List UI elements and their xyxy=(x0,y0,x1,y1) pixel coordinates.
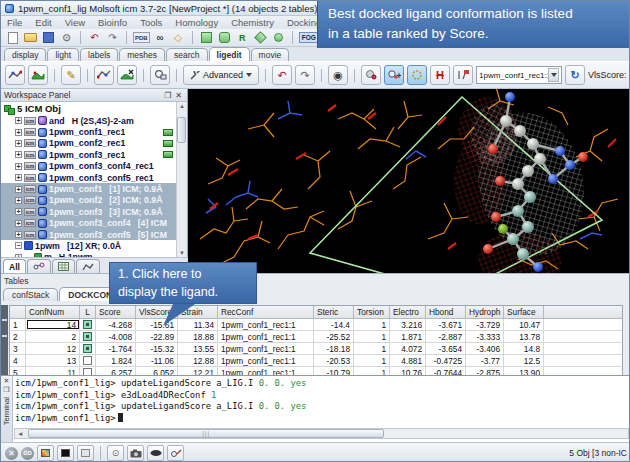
col-header[interactable]: L xyxy=(80,306,96,318)
cell-ligand-checkbox[interactable] xyxy=(80,355,96,366)
cell-hbond[interactable]: -3.654 xyxy=(426,343,466,354)
cell-surface[interactable]: 14.8 xyxy=(504,343,544,354)
menu-item[interactable]: Homology xyxy=(175,17,218,28)
advanced-button[interactable]: Advanced xyxy=(183,65,259,85)
expander-icon[interactable]: − xyxy=(15,242,22,249)
expander-icon[interactable]: + xyxy=(15,220,22,227)
tree-item[interactable]: + icm 1pwm_conf3 [3] ICM; 0.9Å xyxy=(1,206,176,217)
tree-item[interactable]: + icm 1pwm_conf3_conf4 [4] ICM xyxy=(1,218,176,229)
expander-icon[interactable]: + xyxy=(15,231,22,238)
cell-confnum[interactable]: 12 xyxy=(26,343,80,354)
col-header[interactable]: Electro xyxy=(390,306,426,318)
tab-all[interactable]: All xyxy=(3,259,26,273)
menu-item[interactable]: Chemistry xyxy=(231,17,274,28)
ligand-checkbox[interactable] xyxy=(83,332,92,341)
expander-icon[interactable]: + xyxy=(15,140,22,147)
cell-hbond[interactable]: -2.887 xyxy=(426,331,466,342)
col-header[interactable]: Steric xyxy=(314,306,354,318)
ring-tool-icon[interactable] xyxy=(150,65,170,85)
preferences-gear-icon[interactable]: ⊙ xyxy=(107,445,124,461)
dock-ligand-icon[interactable] xyxy=(94,65,114,85)
tables-panel-grip[interactable] xyxy=(1,305,8,376)
view-tab[interactable]: movie xyxy=(251,48,290,61)
col-header[interactable]: Surface xyxy=(504,306,544,318)
view-tab[interactable]: search xyxy=(166,48,208,61)
combo-arrow-icon[interactable] xyxy=(548,68,559,82)
expander-icon[interactable]: + xyxy=(15,197,22,204)
tab-stick-icon[interactable] xyxy=(76,259,100,273)
undo-edit-icon[interactable]: ↶ xyxy=(272,65,292,85)
menu-item[interactable]: File xyxy=(7,17,22,28)
go-button[interactable]: GO xyxy=(21,447,34,460)
expander-icon[interactable]: + xyxy=(15,174,22,181)
tree-scrollbar-thumb[interactable] xyxy=(177,117,186,143)
cell-hydroph[interactable]: -3.333 xyxy=(466,331,504,342)
table-row[interactable]: 3 12 -1.764 -15.32 13.55 1pwm_conf1_rec1… xyxy=(10,343,622,355)
atom-select-icon[interactable] xyxy=(271,31,286,45)
close-terminal-icon[interactable]: ✕ xyxy=(4,377,10,385)
menu-item[interactable]: Tools xyxy=(140,17,162,28)
fullscreen-color-icon[interactable] xyxy=(37,445,54,461)
close-panel-icon[interactable]: ✕ xyxy=(173,91,184,100)
terminal-scrollbar[interactable]: ◄ ||| xyxy=(14,428,629,439)
view-tab[interactable]: light xyxy=(47,48,79,61)
col-header[interactable]: Hydroph xyxy=(466,306,504,318)
cell-vlsscore[interactable]: -22.89 xyxy=(136,331,178,342)
float-terminal-icon[interactable]: ❐ xyxy=(3,386,9,394)
menu-item[interactable]: Edit xyxy=(35,17,51,28)
tree-item[interactable]: + icm 1pwm_conf1_rec1 xyxy=(1,126,176,137)
view-tab[interactable]: ligedit xyxy=(209,47,250,61)
expander-icon[interactable]: + xyxy=(15,129,22,136)
cell-score[interactable]: -1.764 xyxy=(96,343,136,354)
cell-score[interactable]: -4.008 xyxy=(96,331,136,342)
residue-select-button[interactable]: R xyxy=(235,31,250,45)
cell-ligand-checkbox[interactable] xyxy=(80,343,96,354)
redo-icon[interactable]: ↷ xyxy=(105,31,120,45)
recconf-select[interactable]: 1pwm_conf1_rec1:1 xyxy=(476,66,562,84)
molecule-select-icon[interactable] xyxy=(253,31,268,45)
fullscreen-dark-icon[interactable] xyxy=(57,445,74,461)
table-row[interactable]: 2 2 -4.008 -22.89 18.88 1pwm_conf1_rec1:… xyxy=(10,331,622,343)
cell-confnum[interactable]: 2 xyxy=(26,331,80,342)
cell-torsion[interactable]: 1 xyxy=(354,355,390,366)
scroll-left-icon[interactable]: ◄ xyxy=(15,430,25,437)
edit-ligand-pencil-icon[interactable]: ✎ xyxy=(61,65,81,85)
cell-electro[interactable]: 4.072 xyxy=(390,343,426,354)
ligand-checkbox[interactable] xyxy=(83,356,92,365)
new-file-icon[interactable] xyxy=(5,31,20,45)
selection-ring-icon[interactable] xyxy=(407,65,427,85)
stop-icon[interactable]: ✕ xyxy=(5,447,18,460)
tree-root[interactable]: 5 ICM Obj xyxy=(1,102,176,115)
cell-confnum[interactable]: 13 xyxy=(26,355,80,366)
float-panel-icon[interactable]: ❐ xyxy=(162,91,173,100)
center-view-icon[interactable]: ◉ xyxy=(328,65,348,85)
cell-hydroph[interactable]: -3.729 xyxy=(466,319,504,330)
open-file-icon[interactable] xyxy=(23,31,38,45)
table-row[interactable]: 1 14 -4.268 -15.61 11.34 1pwm_conf1_rec1… xyxy=(10,319,622,331)
movie-tool-icon[interactable] xyxy=(147,445,164,461)
cell-torsion[interactable]: 1 xyxy=(354,319,390,330)
molecule-viewport[interactable] xyxy=(188,89,630,281)
tree-item[interactable]: + icm 1pwm_conf3_conf5_rec1 xyxy=(1,172,176,183)
cell-hydroph[interactable]: -3.77 xyxy=(466,355,504,366)
expander-icon[interactable]: + xyxy=(15,208,22,215)
table-row[interactable]: 4 13 1.824 -11.06 12.88 1pwm_conf1_rec1:… xyxy=(10,355,622,367)
minimize-ligand-icon[interactable] xyxy=(117,65,137,85)
snap-tool-icon[interactable] xyxy=(384,65,404,85)
variable-tool-icon[interactable] xyxy=(453,65,473,85)
tree-item[interactable]: + icm 1pwm_conf2 [2] ICM; 0.9Å xyxy=(1,195,176,206)
cell-recconf[interactable]: 1pwm_conf1_rec1:1 xyxy=(218,331,314,342)
expander-icon[interactable]: + xyxy=(15,117,22,124)
cell-surface[interactable]: 10.47 xyxy=(504,319,544,330)
cell-steric[interactable]: -18.18 xyxy=(314,343,354,354)
table-tab[interactable]: confStack xyxy=(3,288,58,301)
ligand-sketch-icon[interactable] xyxy=(5,65,25,85)
annotate-tool-icon[interactable] xyxy=(167,445,184,461)
cell-surface[interactable]: 12.5 xyxy=(504,355,544,366)
save-icon[interactable] xyxy=(41,31,56,45)
pdb-search-button[interactable]: PDB xyxy=(133,32,150,43)
settings-gear-icon[interactable]: ⊙ xyxy=(59,31,74,45)
cell-vlsscore[interactable]: -11.06 xyxy=(136,355,178,366)
fog-toggle-button[interactable]: FOG xyxy=(299,32,319,43)
expander-icon[interactable]: + xyxy=(15,163,22,170)
